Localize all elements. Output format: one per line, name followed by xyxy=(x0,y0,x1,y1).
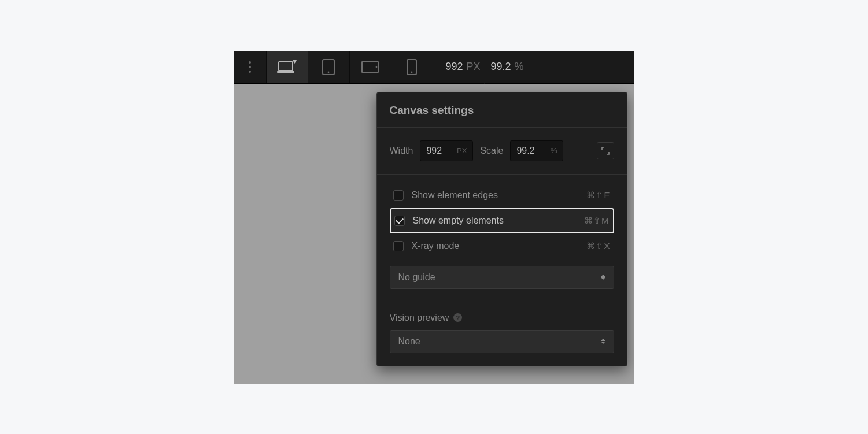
guide-select[interactable]: No guide xyxy=(390,266,614,289)
xray-mode-toggle[interactable]: X-ray mode ⌘⇧X xyxy=(390,233,614,259)
svg-point-6 xyxy=(376,66,378,68)
scale-label: Scale xyxy=(480,146,503,156)
guide-select-value: No guide xyxy=(398,272,435,283)
canvas-width-value: 992 xyxy=(446,61,463,73)
width-label: Width xyxy=(390,146,413,156)
scale-input[interactable]: 99.2 % xyxy=(510,140,563,161)
more-menu-button[interactable] xyxy=(234,51,267,83)
svg-point-8 xyxy=(411,71,413,73)
checkbox-checked-icon xyxy=(394,216,405,226)
show-element-edges-toggle[interactable]: Show element edges ⌘⇧E xyxy=(390,183,614,208)
help-icon[interactable]: ? xyxy=(453,313,462,322)
app-frame: 992 PX 99.2 % Canvas settings Width 992 … xyxy=(234,51,634,384)
popover-title: Canvas settings xyxy=(390,104,614,117)
svg-rect-0 xyxy=(279,62,293,71)
checkbox-icon xyxy=(393,241,404,251)
scale-input-unit: % xyxy=(551,146,557,155)
more-vertical-icon xyxy=(249,61,251,73)
vision-preview-label: Vision preview xyxy=(390,313,449,323)
tablet-landscape-icon xyxy=(361,61,379,73)
popover-header: Canvas settings xyxy=(377,92,627,128)
svg-point-4 xyxy=(328,71,330,73)
select-chevron-icon xyxy=(601,339,605,344)
width-input-unit: PX xyxy=(457,146,467,155)
canvas-options-group: Show element edges ⌘⇧E Show empty elemen… xyxy=(377,175,627,302)
canvas-zoom-readout[interactable]: 992 PX 99.2 % xyxy=(433,51,537,83)
width-input-value: 992 xyxy=(426,146,442,156)
svg-marker-2 xyxy=(293,60,297,64)
vision-preview-select[interactable]: None xyxy=(390,330,614,353)
breakpoint-desktop-button[interactable] xyxy=(267,51,308,83)
canvas-size-row: Width 992 PX Scale 99.2 % xyxy=(377,128,627,175)
breakpoint-tablet-landscape-button[interactable] xyxy=(350,51,391,83)
desktop-icon xyxy=(277,60,297,74)
canvas-settings-popover: Canvas settings Width 992 PX Scale 99.2 … xyxy=(376,92,627,366)
expand-icon xyxy=(601,147,610,155)
width-input[interactable]: 992 PX xyxy=(420,140,473,161)
toolbar: 992 PX 99.2 % xyxy=(234,51,634,84)
tablet-portrait-icon xyxy=(322,59,335,75)
check-label: X-ray mode xyxy=(412,241,460,251)
select-chevron-icon xyxy=(601,275,605,280)
canvas-scale-unit: % xyxy=(515,61,524,73)
check-label: Show element edges xyxy=(412,190,498,201)
vision-preview-value: None xyxy=(398,336,420,347)
keyboard-shortcut: ⌘⇧M xyxy=(584,216,610,226)
breakpoint-phone-button[interactable] xyxy=(391,51,433,83)
show-empty-elements-toggle[interactable]: Show empty elements ⌘⇧M xyxy=(390,208,614,233)
keyboard-shortcut: ⌘⇧E xyxy=(586,190,610,201)
breakpoint-tablet-button[interactable] xyxy=(308,51,350,83)
canvas-scale-value: 99.2 xyxy=(491,61,511,73)
checkbox-icon xyxy=(393,190,404,201)
vision-preview-group: Vision preview ? None xyxy=(377,302,627,366)
phone-icon xyxy=(407,59,417,75)
keyboard-shortcut: ⌘⇧X xyxy=(586,241,610,251)
fit-to-screen-button[interactable] xyxy=(597,142,614,159)
scale-input-value: 99.2 xyxy=(516,146,534,156)
check-label: Show empty elements xyxy=(413,216,504,226)
svg-rect-1 xyxy=(277,71,294,73)
canvas-width-unit: PX xyxy=(467,61,481,73)
